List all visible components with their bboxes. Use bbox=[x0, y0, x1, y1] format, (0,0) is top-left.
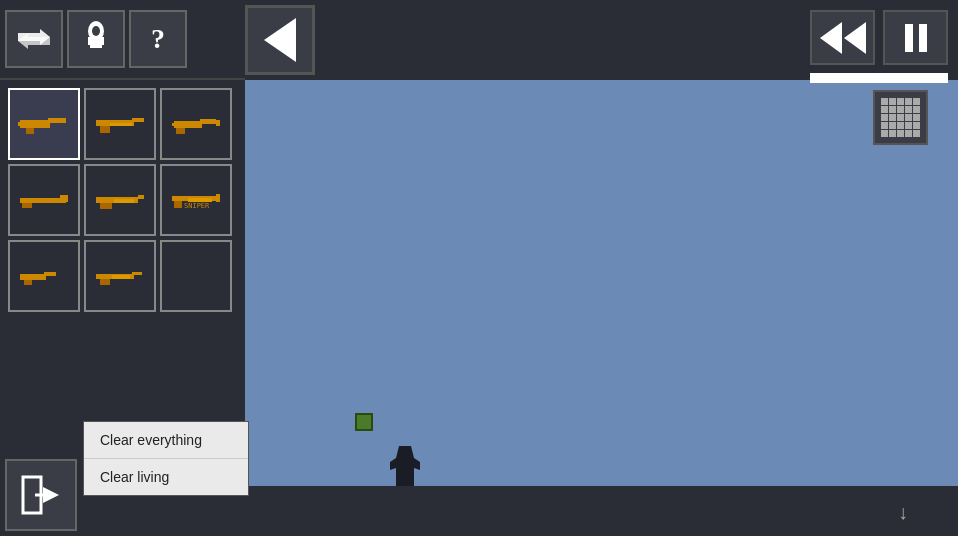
svg-rect-20 bbox=[22, 203, 32, 208]
weapon-slot-5[interactable] bbox=[84, 164, 156, 236]
svg-rect-5 bbox=[90, 45, 102, 48]
playback-controls bbox=[810, 10, 948, 83]
grid-toggle-button[interactable] bbox=[873, 90, 928, 145]
svg-rect-35 bbox=[132, 272, 142, 275]
svg-rect-14 bbox=[174, 121, 202, 128]
svg-rect-33 bbox=[24, 280, 32, 285]
svg-rect-24 bbox=[100, 203, 112, 209]
game-area[interactable] bbox=[245, 80, 958, 486]
back-button[interactable] bbox=[245, 5, 315, 75]
weapon-slot-9[interactable] bbox=[160, 240, 232, 312]
svg-rect-9 bbox=[18, 122, 23, 126]
svg-rect-36 bbox=[100, 279, 110, 285]
svg-rect-21 bbox=[60, 195, 68, 202]
playback-buttons bbox=[810, 10, 948, 65]
top-toolbar: ? bbox=[0, 0, 245, 80]
help-button[interactable]: ? bbox=[129, 10, 187, 68]
svg-rect-16 bbox=[176, 128, 185, 134]
svg-rect-23 bbox=[138, 195, 144, 199]
svg-rect-19 bbox=[20, 198, 66, 203]
svg-rect-25 bbox=[114, 199, 134, 203]
svg-rect-8 bbox=[26, 128, 34, 134]
pause-icon bbox=[905, 24, 927, 52]
back-arrow-icon bbox=[264, 18, 296, 62]
svg-rect-3 bbox=[88, 37, 104, 45]
context-menu: Clear everything Clear living bbox=[83, 421, 249, 496]
game-entity bbox=[355, 413, 373, 431]
pause-button[interactable] bbox=[883, 10, 948, 65]
svg-rect-31 bbox=[20, 274, 46, 280]
svg-rect-6 bbox=[20, 120, 50, 128]
inventory-button[interactable] bbox=[67, 10, 125, 68]
weapon-slot-8[interactable] bbox=[84, 240, 156, 312]
svg-point-4 bbox=[92, 26, 100, 36]
character-silhouette bbox=[390, 446, 420, 486]
svg-rect-27 bbox=[174, 201, 182, 208]
rewind-button[interactable] bbox=[810, 10, 875, 65]
weapon-slot-2[interactable] bbox=[84, 88, 156, 160]
svg-rect-28 bbox=[216, 194, 220, 202]
progress-bar[interactable] bbox=[810, 73, 948, 83]
clear-everything-button[interactable]: Clear everything bbox=[84, 422, 248, 459]
svg-rect-7 bbox=[48, 118, 66, 123]
swap-button[interactable] bbox=[5, 10, 63, 68]
weapon-slot-6[interactable]: SNIPER bbox=[160, 164, 232, 236]
svg-rect-15 bbox=[200, 119, 216, 124]
bottom-bar: ↓ bbox=[245, 486, 958, 536]
exit-button[interactable] bbox=[5, 459, 77, 531]
svg-rect-12 bbox=[100, 126, 110, 133]
weapon-slot-7[interactable] bbox=[8, 240, 80, 312]
svg-rect-37 bbox=[112, 275, 130, 279]
rewind-icon bbox=[820, 22, 866, 54]
svg-rect-32 bbox=[44, 272, 56, 276]
download-icon: ↓ bbox=[888, 498, 918, 528]
weapon-grid: SNIPER bbox=[8, 88, 232, 312]
weapon-slot-1[interactable] bbox=[8, 88, 80, 160]
svg-text:SNIPER: SNIPER bbox=[184, 202, 210, 210]
weapon-slot-3[interactable] bbox=[160, 88, 232, 160]
svg-rect-11 bbox=[132, 118, 144, 122]
grid-icon bbox=[881, 98, 920, 137]
left-panel: ? bbox=[0, 0, 245, 536]
weapon-slot-4[interactable] bbox=[8, 164, 80, 236]
svg-rect-18 bbox=[216, 120, 220, 126]
svg-rect-13 bbox=[110, 123, 132, 126]
svg-rect-17 bbox=[172, 123, 178, 126]
clear-living-button[interactable]: Clear living bbox=[84, 459, 248, 495]
